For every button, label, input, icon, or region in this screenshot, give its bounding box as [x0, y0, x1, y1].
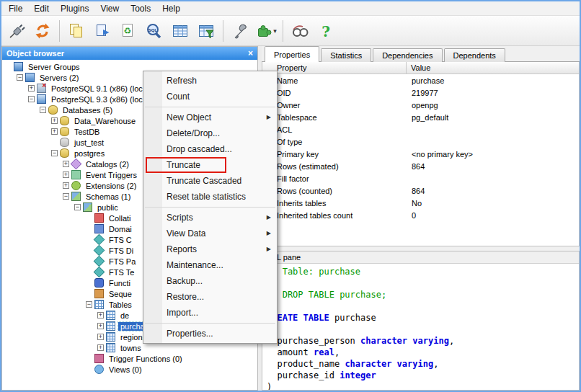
sql-plain: product_name: [267, 359, 345, 369]
expand-icon[interactable]: +: [63, 172, 69, 178]
expand-icon[interactable]: +: [97, 312, 104, 318]
menu-item-scripts[interactable]: Scripts▶: [143, 210, 277, 226]
collapse-icon[interactable]: −: [74, 204, 81, 210]
table-row[interactable]: Of type: [262, 135, 579, 148]
property-name: Tablespace: [277, 113, 407, 122]
table-row[interactable]: Namepurchase: [262, 74, 579, 86]
expand-icon[interactable]: +: [28, 85, 35, 92]
guru-hints-icon: [291, 22, 309, 40]
menu-item-new-object[interactable]: New Object▶: [143, 110, 277, 125]
tree-item-label: PostgreSQL 9.3 (x86) (loc: [49, 95, 145, 104]
object-browser-header: Object browser ×: [2, 47, 257, 60]
collapse-icon[interactable]: −: [86, 301, 92, 308]
expand-icon[interactable]: +: [97, 334, 104, 340]
tree-item-label: Functi: [107, 279, 133, 288]
menu-item-backup[interactable]: Backup...: [143, 273, 277, 289]
menu-item-properties[interactable]: Properties...: [143, 326, 277, 342]
filter-data-button[interactable]: [194, 19, 218, 43]
help-icon: ?: [317, 22, 334, 40]
menu-tools[interactable]: Tools: [125, 2, 156, 15]
plugin-button[interactable]: ▾: [254, 19, 278, 43]
menu-help[interactable]: Help: [156, 2, 186, 15]
paste-button[interactable]: [90, 19, 115, 43]
table-row[interactable]: Tablespacepg_default: [262, 111, 579, 123]
property-value: <no primary key>: [407, 150, 579, 159]
menu-item-maintenance[interactable]: Maintenance...: [143, 257, 277, 273]
expand-icon[interactable]: +: [97, 344, 104, 351]
table-row[interactable]: Rows (estimated)864: [262, 160, 579, 172]
sql-line: purchase_person character varying,: [267, 335, 575, 347]
expand-icon[interactable]: +: [51, 117, 58, 124]
menu-item-import[interactable]: Import...: [143, 305, 277, 321]
property-name: Rows (estimated): [277, 162, 407, 171]
plugin-dropdown-arrow[interactable]: ▾: [273, 27, 277, 35]
help-button[interactable]: ?: [314, 19, 338, 43]
recycle-button[interactable]: ♻: [116, 19, 141, 43]
tree-item-views-0[interactable]: Views (0): [2, 364, 257, 375]
close-icon[interactable]: ×: [248, 48, 253, 58]
table-row[interactable]: OID219977: [262, 86, 579, 99]
property-column-header[interactable]: Property: [262, 62, 407, 74]
collapse-icon[interactable]: −: [40, 107, 46, 113]
value-column-header[interactable]: Value: [407, 63, 579, 72]
refresh-icon: [34, 22, 51, 40]
collapse-icon[interactable]: −: [51, 150, 58, 156]
tree-item-trigger-functions-0[interactable]: Trigger Functions (0): [2, 353, 257, 364]
menu-item-restore[interactable]: Restore...: [143, 289, 277, 305]
menu-item-reports[interactable]: Reports▶: [143, 241, 277, 257]
table-row[interactable]: Fill factor: [262, 172, 579, 184]
tab-properties[interactable]: Properties: [265, 46, 319, 62]
connect-button[interactable]: [4, 19, 29, 43]
sql-code[interactable]: -- Table: purchase -- DROP TABLE purchas…: [262, 264, 579, 390]
menu-item-reset-table-statistics[interactable]: Reset table statistics: [143, 189, 277, 205]
collapse-icon[interactable]: −: [63, 193, 69, 200]
view-data-button[interactable]: [168, 19, 192, 43]
database-icon: [60, 127, 69, 136]
expand-icon[interactable]: +: [51, 128, 58, 135]
menu-plugins[interactable]: Plugins: [55, 2, 94, 15]
sql-magnifier-button[interactable]: SQL: [142, 19, 167, 43]
menu-item-view-data[interactable]: View Data▶: [143, 226, 277, 241]
table-row[interactable]: Primary key<no primary key>: [262, 148, 579, 160]
schemas-icon: [71, 192, 81, 201]
menu-view[interactable]: View: [94, 2, 125, 15]
refresh-button[interactable]: [30, 19, 55, 43]
expand-icon[interactable]: +: [97, 323, 104, 329]
collapse-icon[interactable]: −: [17, 74, 23, 81]
sql-line: CREATE TABLE purchase: [267, 312, 575, 324]
expand-icon[interactable]: +: [63, 161, 69, 167]
wrench-button[interactable]: [228, 19, 252, 43]
tree-item-label: just_test: [72, 138, 106, 147]
table-row[interactable]: Owneropenpg: [262, 99, 579, 111]
tab-dependents[interactable]: Dependents: [444, 48, 505, 62]
toolbar-separator: [59, 20, 60, 42]
guru-hints-button[interactable]: [288, 19, 312, 43]
menu-item-delete-drop[interactable]: Delete/Drop...: [143, 125, 277, 141]
tree-item-label: Domai: [107, 225, 134, 233]
main-area: Object browser × Server Groups−Servers (…: [1, 46, 580, 391]
tree-item-towns[interactable]: +towns: [2, 342, 257, 353]
menu-item-truncate[interactable]: Truncate: [143, 157, 277, 173]
menu-item-count[interactable]: Count: [143, 89, 277, 104]
table-row[interactable]: Inherits tablesNo: [262, 197, 579, 209]
tab-dependencies[interactable]: Dependencies: [373, 48, 442, 62]
expander-spacer: [86, 226, 92, 232]
tab-statistics[interactable]: Statistics: [321, 48, 371, 62]
tree-item-label: Collati: [107, 214, 133, 223]
menu-file[interactable]: File: [3, 2, 28, 15]
property-name: Of type: [277, 138, 407, 146]
table-row[interactable]: Rows (counted)864: [262, 184, 579, 197]
sql-keyword: real: [314, 347, 334, 357]
menu-item-refresh[interactable]: Refresh: [143, 73, 277, 89]
collapse-icon[interactable]: −: [28, 96, 35, 102]
menu-item-truncate-cascaded[interactable]: Truncate Cascaded: [143, 173, 277, 189]
menu-bar: FileEditPluginsViewToolsHelp: [1, 1, 580, 16]
table-row[interactable]: Inherited tables count0: [262, 209, 579, 221]
expand-icon[interactable]: +: [63, 182, 69, 189]
menu-edit[interactable]: Edit: [28, 2, 55, 15]
tree-item-label: Schemas (1): [84, 192, 133, 201]
server-off-icon: [37, 84, 46, 93]
copy-button[interactable]: [64, 19, 89, 43]
table-row[interactable]: ACL: [262, 123, 579, 135]
menu-item-drop-cascaded[interactable]: Drop cascaded...: [143, 141, 277, 157]
